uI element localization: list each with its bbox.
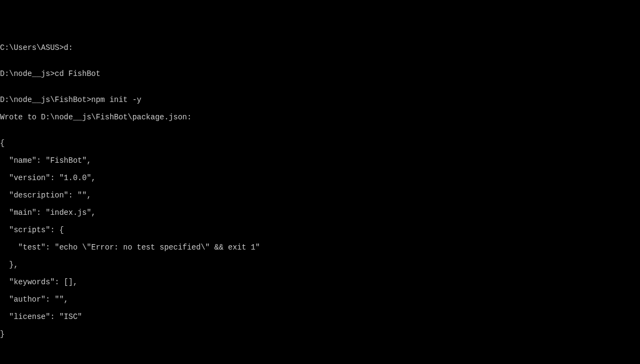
terminal-line: "scripts": {	[0, 226, 640, 234]
terminal-line: {	[0, 139, 640, 148]
terminal-line: "main": "index.js",	[0, 208, 640, 217]
terminal-line: "name": "FishBot",	[0, 156, 640, 165]
terminal-line: "license": "ISC"	[0, 312, 640, 321]
terminal-line: D:\node__js>cd FishBot	[0, 69, 640, 78]
terminal-line: "author": "",	[0, 295, 640, 304]
terminal-line: "keywords": [],	[0, 278, 640, 286]
terminal-line: "description": "",	[0, 191, 640, 200]
terminal-output[interactable]: C:\Users\ASUS>d: D:\node__js>cd FishBot …	[0, 35, 640, 364]
terminal-line: D:\node__js\FishBot>npm init -y	[0, 95, 640, 104]
terminal-line: "version": "1.0.0",	[0, 174, 640, 182]
terminal-line: Wrote to D:\node__js\FishBot\package.jso…	[0, 113, 640, 122]
terminal-line: C:\Users\ASUS>d:	[0, 43, 640, 52]
terminal-line: "test": "echo \"Error: no test specified…	[0, 243, 640, 252]
terminal-line: }	[0, 330, 640, 339]
terminal-line: },	[0, 260, 640, 269]
